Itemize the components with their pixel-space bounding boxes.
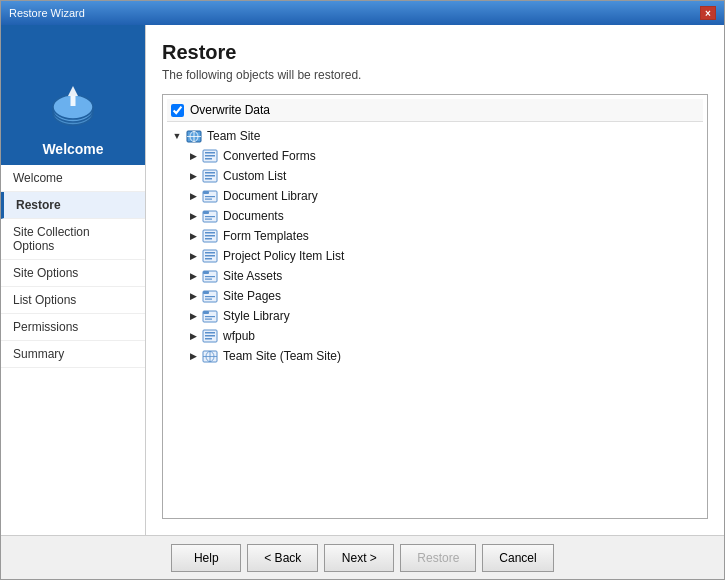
svg-rect-18 [203, 191, 209, 194]
list-icon [201, 328, 219, 344]
tree-child-label: Documents [223, 209, 284, 223]
tree-item[interactable]: ▶ Team Site (Team Site) [183, 346, 703, 366]
tree-item[interactable]: ▶ Project Policy Item List [183, 246, 703, 266]
tree-child-arrow: ▶ [185, 328, 201, 344]
tree-child-label: Site Assets [223, 269, 282, 283]
help-button[interactable]: Help [171, 544, 241, 572]
tree-child-arrow: ▶ [185, 168, 201, 184]
list-icon [201, 248, 219, 264]
svg-rect-16 [205, 178, 212, 180]
tree-item[interactable]: ▶ wfpub [183, 326, 703, 346]
tree-child-label: Project Policy Item List [223, 249, 344, 263]
tree-child-arrow: ▶ [185, 188, 201, 204]
svg-rect-30 [205, 252, 215, 254]
tree-root-label: Team Site [207, 129, 260, 143]
main-content: Restore The following objects will be re… [146, 25, 724, 535]
svg-rect-20 [205, 199, 212, 200]
tree-item[interactable]: ▶ Custom List [183, 166, 703, 186]
svg-marker-3 [68, 86, 78, 96]
tree-item[interactable]: ▶ Converted Forms [183, 146, 703, 166]
title-bar-text: Restore Wizard [9, 7, 85, 19]
tree-item[interactable]: ▶ Site Pages [183, 286, 703, 306]
svg-rect-10 [205, 152, 215, 154]
tree-child-label: Site Pages [223, 289, 281, 303]
footer: Help < Back Next > Restore Cancel [1, 535, 724, 579]
svg-rect-12 [205, 158, 212, 160]
sidebar-welcome-label: Welcome [42, 141, 103, 157]
list-icon [201, 148, 219, 164]
library-icon [201, 288, 219, 304]
tree-children: ▶ Converted Forms [183, 146, 703, 366]
tree-item[interactable]: ▶ Document Library [183, 186, 703, 206]
library-icon [201, 268, 219, 284]
svg-rect-42 [203, 311, 209, 314]
wizard-body: Welcome Welcome Restore Site Collection … [1, 25, 724, 535]
tree-child-label: Style Library [223, 309, 290, 323]
title-bar: Restore Wizard × [1, 1, 724, 25]
sidebar-item-site-collection-options[interactable]: Site Collection Options [1, 219, 145, 260]
cancel-button[interactable]: Cancel [482, 544, 553, 572]
svg-rect-19 [205, 196, 215, 197]
svg-rect-38 [203, 291, 209, 294]
tree-root-item[interactable]: ▼ Team Site [167, 126, 703, 146]
tree-child-arrow: ▶ [185, 268, 201, 284]
back-button[interactable]: < Back [247, 544, 318, 572]
tree-item[interactable]: ▶ Documents [183, 206, 703, 226]
sidebar-items: Welcome Restore Site Collection Options … [1, 165, 145, 535]
overwrite-checkbox[interactable] [171, 104, 184, 117]
tree-child-label: Form Templates [223, 229, 309, 243]
sidebar-item-summary[interactable]: Summary [1, 341, 145, 368]
tree-child-label: Converted Forms [223, 149, 316, 163]
svg-rect-23 [205, 216, 215, 217]
library-icon [201, 208, 219, 224]
list-icon [201, 168, 219, 184]
svg-rect-43 [205, 316, 215, 317]
svg-rect-44 [205, 319, 212, 320]
wizard-window: Restore Wizard × Welcome Welcome Resto [0, 0, 725, 580]
svg-rect-26 [205, 232, 215, 234]
svg-rect-40 [205, 299, 212, 300]
tree-item[interactable]: ▶ Style Library [183, 306, 703, 326]
page-subtitle: The following objects will be restored. [162, 68, 708, 82]
svg-rect-15 [205, 175, 215, 177]
svg-rect-36 [205, 279, 212, 280]
svg-rect-34 [203, 271, 209, 274]
tree-root-icon [185, 128, 203, 144]
tree-child-arrow: ▶ [185, 228, 201, 244]
tree-child-arrow: ▶ [185, 348, 201, 364]
sidebar: Welcome Welcome Restore Site Collection … [1, 25, 146, 535]
sidebar-item-site-options[interactable]: Site Options [1, 260, 145, 287]
svg-rect-27 [205, 235, 215, 237]
svg-rect-39 [205, 296, 215, 297]
library-icon [201, 308, 219, 324]
tree-child-arrow: ▶ [185, 148, 201, 164]
restore-button[interactable]: Restore [400, 544, 476, 572]
close-button[interactable]: × [700, 6, 716, 20]
tree-child-label: Custom List [223, 169, 286, 183]
tree-item[interactable]: ▶ Site Assets [183, 266, 703, 286]
sidebar-item-welcome[interactable]: Welcome [1, 165, 145, 192]
overwrite-row: Overwrite Data [167, 99, 703, 122]
list-icon [201, 228, 219, 244]
tree-container: ▼ Team Site [167, 124, 703, 368]
svg-rect-48 [205, 338, 212, 340]
content-area: Overwrite Data ▼ [162, 94, 708, 519]
sidebar-item-list-options[interactable]: List Options [1, 287, 145, 314]
tree-child-arrow: ▶ [185, 208, 201, 224]
tree-child-arrow: ▶ [185, 288, 201, 304]
svg-rect-31 [205, 255, 215, 257]
sidebar-welcome: Welcome [1, 25, 145, 165]
svg-rect-11 [205, 155, 215, 157]
tree-child-arrow: ▶ [185, 308, 201, 324]
tree-child-label: Document Library [223, 189, 318, 203]
svg-rect-32 [205, 258, 212, 260]
svg-rect-4 [70, 96, 75, 106]
tree-child-arrow: ▶ [185, 248, 201, 264]
next-button[interactable]: Next > [324, 544, 394, 572]
sidebar-item-restore[interactable]: Restore [1, 192, 145, 219]
svg-rect-47 [205, 335, 215, 337]
sidebar-item-permissions[interactable]: Permissions [1, 314, 145, 341]
overwrite-label: Overwrite Data [190, 103, 270, 117]
tree-item[interactable]: ▶ Form Templates [183, 226, 703, 246]
svg-rect-14 [205, 172, 215, 174]
